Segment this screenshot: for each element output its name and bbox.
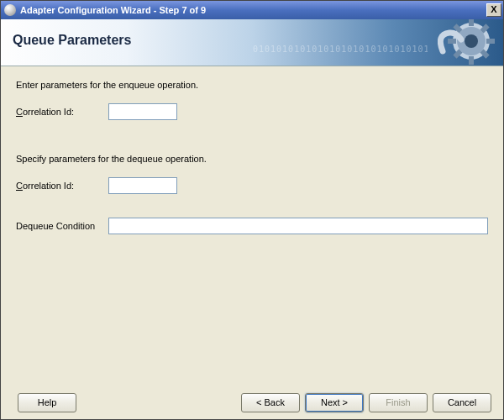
- enqueue-correlation-label: Correlation Id:: [16, 107, 108, 117]
- dequeue-condition-input[interactable]: [108, 218, 488, 234]
- svg-rect-4: [486, 39, 495, 44]
- svg-rect-2: [469, 56, 474, 65]
- close-icon[interactable]: X: [486, 3, 501, 17]
- wizard-content: Enter parameters for the enqueue operati…: [1, 66, 503, 384]
- enqueue-correlation-input[interactable]: [108, 103, 177, 120]
- help-button[interactable]: Help: [18, 393, 76, 412]
- svg-point-10: [465, 34, 478, 48]
- dequeue-condition-label: Dequeue Condition: [16, 221, 108, 231]
- app-icon: [4, 4, 16, 16]
- gear-icon: [438, 19, 498, 66]
- enqueue-heading: Enter parameters for the enqueue operati…: [16, 80, 488, 90]
- dequeue-correlation-row: Correlation Id:: [16, 177, 488, 194]
- page-title: Queue Parameters: [13, 33, 131, 48]
- finish-button: Finish: [369, 393, 428, 412]
- svg-rect-3: [448, 39, 456, 44]
- dequeue-heading: Specify parameters for the dequeue opera…: [16, 154, 488, 164]
- back-button[interactable]: < Back: [241, 393, 300, 412]
- wizard-footer: Help < Back Next > Finish Cancel: [1, 384, 503, 420]
- cancel-button[interactable]: Cancel: [433, 393, 491, 412]
- title-bar: Adapter Configuration Wizard - Step 7 of…: [1, 1, 503, 19]
- wizard-banner: Queue Parameters 01010101010101010101010…: [1, 19, 503, 66]
- enqueue-correlation-row: Correlation Id:: [16, 103, 488, 120]
- svg-rect-1: [469, 19, 474, 26]
- dequeue-condition-row: Dequeue Condition: [16, 218, 488, 234]
- banner-decoration: 0101010101010101010101010101010101010101…: [253, 45, 428, 66]
- window-title: Adapter Configuration Wizard - Step 7 of…: [20, 5, 486, 15]
- next-button[interactable]: Next >: [305, 393, 364, 412]
- dequeue-correlation-input[interactable]: [108, 177, 177, 194]
- dequeue-correlation-label: Correlation Id:: [16, 181, 108, 191]
